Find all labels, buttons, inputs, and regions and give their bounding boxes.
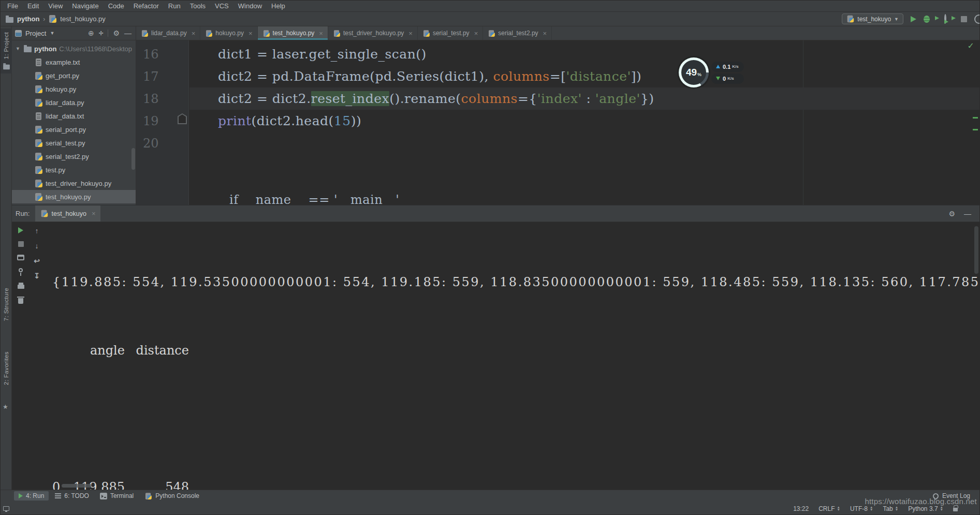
locate-file-icon[interactable]: ⊕ [88, 30, 94, 37]
console-output[interactable]: {119.885: 554, 119.53500000000001: 554, … [45, 222, 979, 490]
inspections-ok-icon[interactable]: ✓ [968, 41, 974, 51]
fold-marker[interactable] [167, 110, 189, 132]
clipped-toolbar-icon[interactable] [974, 14, 980, 24]
watermark-url: https://wotaifuzao.blog.csdn.net [865, 497, 977, 506]
project-tree-file[interactable]: test.py [12, 163, 136, 176]
menu-item[interactable]: Edit [23, 2, 43, 10]
project-tree-file[interactable]: lidar_data.txt [12, 109, 136, 123]
project-tree-file[interactable]: test_hokuyo.py [12, 190, 136, 203]
line-ending-widget[interactable]: CRLF▲▼ [818, 505, 840, 512]
lock-icon[interactable] [953, 508, 958, 511]
scroll-to-end-icon[interactable]: ↧ [34, 272, 40, 279]
chevron-down-icon[interactable]: ▼ [50, 31, 54, 36]
editor-tab[interactable]: test_driver_hokuyo.py × [328, 26, 418, 40]
run-tab[interactable]: test_hokuyo × [35, 205, 100, 222]
code-line[interactable]: 19 print(dict2.head(15)) [136, 110, 979, 132]
fold-marker[interactable] [167, 43, 189, 65]
breadcrumb-file[interactable]: test_hokuyo.py [60, 15, 105, 23]
editor-tab[interactable]: lidar_data.py × [136, 26, 200, 40]
editor-tab[interactable]: serial_test2.py × [483, 26, 552, 40]
code-line[interactable]: 17 dict2 = pd.DataFrame(pd.Series(dict1)… [136, 65, 979, 87]
gear-icon[interactable]: ⚙ [948, 210, 955, 217]
star-icon[interactable]: ★ [3, 403, 8, 410]
menu-item[interactable]: VCS [210, 2, 233, 10]
fold-marker[interactable] [167, 65, 189, 87]
code-editor[interactable]: 16 dict1 = laser.get_single_scan() 17 di… [136, 40, 979, 205]
project-tree-file[interactable]: serial_test.py [12, 136, 136, 150]
menu-item[interactable]: Run [164, 2, 185, 10]
project-tree-file[interactable]: hokuyo.py [12, 82, 136, 96]
tab-close-icon[interactable]: × [319, 30, 323, 37]
print-icon[interactable] [18, 285, 24, 289]
horizontal-scrollbar[interactable] [62, 484, 92, 488]
editor-tab[interactable]: hokuyo.py × [200, 26, 257, 40]
tool-window-button-terminal[interactable]: Terminal [95, 491, 138, 501]
code-line[interactable]: 20 [136, 132, 979, 154]
fold-marker[interactable] [167, 87, 189, 110]
tab-close-icon[interactable]: × [474, 30, 478, 37]
tool-window-toggle-icon[interactable] [3, 506, 9, 511]
project-tree-file[interactable]: serial_port.py [12, 123, 136, 136]
run-configuration-select[interactable]: test_hokuyo ▼ [842, 13, 903, 24]
tab-close-icon[interactable]: × [192, 30, 196, 37]
menu-item[interactable]: View [43, 2, 67, 10]
menu-item[interactable]: Tools [185, 2, 210, 10]
project-tree-file[interactable]: lidar_data.py [12, 96, 136, 109]
encoding-widget[interactable]: UTF-8▲▼ [850, 505, 873, 512]
editor-tab[interactable]: serial_test.py × [418, 26, 483, 40]
menu-item[interactable]: Code [104, 2, 129, 10]
up-stack-trace-icon[interactable]: ↑ [35, 227, 39, 234]
gear-icon[interactable]: ⚙ [113, 30, 120, 37]
code-line-clipped[interactable]: if __name__ == '__main__' [136, 188, 979, 205]
hide-panel-icon[interactable]: — [964, 210, 971, 217]
expand-arrow-icon[interactable]: ▼ [16, 46, 21, 51]
vertical-scrollbar[interactable] [974, 226, 978, 274]
tab-close-icon[interactable]: × [248, 30, 253, 37]
tool-window-button-run[interactable]: 4: Run [14, 491, 49, 501]
profiler-button[interactable] [944, 15, 946, 23]
stop-button[interactable] [18, 241, 24, 247]
hide-panel-icon[interactable]: — [124, 30, 131, 37]
project-tree-file[interactable]: get_port.py [12, 69, 136, 82]
tool-window-button-python-console[interactable]: Python Console [140, 491, 204, 501]
editor-tab[interactable]: test_hokuyo.py × [258, 26, 328, 40]
tool-window-button-todo[interactable]: 6: TODO [50, 491, 94, 501]
tab-close-icon[interactable]: × [408, 30, 413, 37]
clear-console-icon[interactable] [18, 298, 23, 304]
project-tree-file[interactable]: serial_test2.py [12, 150, 136, 163]
down-stack-trace-icon[interactable]: ↓ [35, 242, 39, 249]
menu-item[interactable]: File [3, 2, 23, 10]
rerun-button[interactable] [18, 227, 23, 233]
breadcrumb-project[interactable]: python [17, 15, 39, 23]
project-tree-file[interactable]: example.txt [12, 55, 136, 69]
menu-item[interactable]: Help [267, 2, 290, 10]
interpreter-widget[interactable]: Python 3.7▲▼ [908, 505, 943, 512]
restore-layout-icon[interactable] [17, 255, 24, 260]
stop-button[interactable] [961, 16, 967, 22]
debug-button[interactable] [924, 16, 930, 23]
collapse-all-icon[interactable]: ÷ [99, 29, 104, 37]
project-tree-root[interactable]: ▼ python C:\Users\11968\Desktop [12, 42, 136, 55]
sidebar-tab-structure[interactable]: 7: Structure [3, 288, 9, 321]
menu-item[interactable]: Window [233, 2, 267, 10]
code-line[interactable]: 18 dict2 = dict2.reset_index().rename(co… [136, 87, 979, 110]
fold-marker[interactable] [167, 132, 189, 154]
code-line[interactable]: 16 dict1 = laser.get_single_scan() [136, 43, 979, 65]
pin-tab-icon[interactable] [19, 268, 23, 272]
sidebar-tab-project[interactable]: 1: Project [1, 28, 12, 73]
menu-item[interactable]: Navigate [67, 2, 103, 10]
tree-scrollbar[interactable] [131, 148, 135, 170]
menu-item[interactable]: Refactor [129, 2, 164, 10]
indent-widget[interactable]: Tab▲▼ [883, 505, 898, 512]
project-tree-file[interactable]: test_driver_hokuyo.py [12, 176, 136, 190]
caret-position-widget[interactable]: 13:22 [793, 505, 809, 512]
code-text: dict1 = laser.get_single_scan() [189, 47, 427, 62]
tab-close-icon[interactable]: × [92, 210, 96, 217]
project-panel-title[interactable]: Project [25, 30, 46, 37]
tab-close-icon[interactable]: × [543, 30, 547, 37]
error-stripe-mark[interactable] [973, 117, 978, 119]
soft-wrap-icon[interactable]: ↩ [34, 257, 40, 264]
run-button[interactable] [911, 16, 916, 22]
sidebar-tab-favorites[interactable]: 2: Favorites [3, 351, 9, 385]
error-stripe-mark[interactable] [973, 129, 978, 130]
